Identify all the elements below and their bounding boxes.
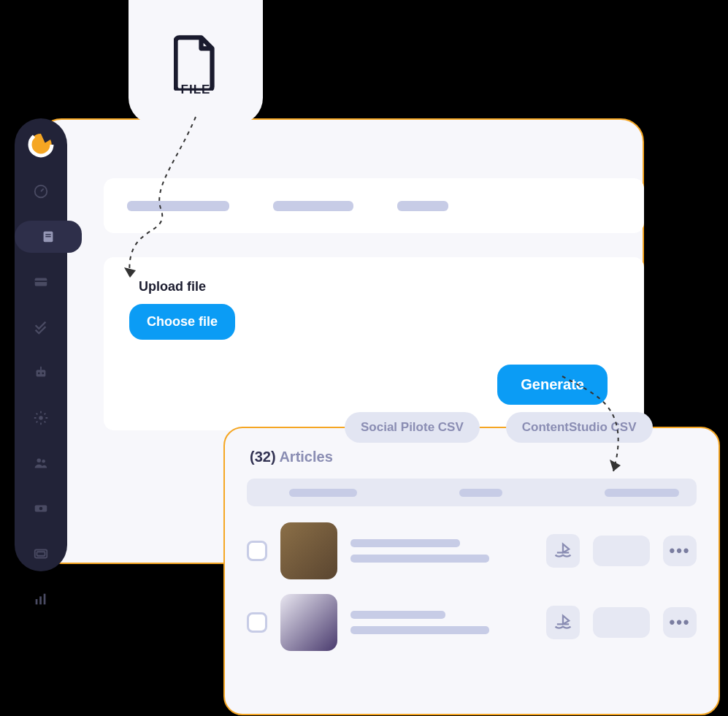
file-badge-label: FILE [181, 83, 211, 97]
row-thumbnail[interactable] [280, 522, 337, 579]
choose-file-button[interactable]: Choose file [129, 304, 235, 340]
more-button[interactable]: ••• [663, 607, 697, 638]
logo[interactable] [26, 132, 55, 158]
sidebar-item-book[interactable] [15, 221, 82, 253]
row-subtitle [350, 555, 489, 563]
row-title [350, 539, 460, 547]
svg-point-12 [37, 459, 42, 463]
svg-rect-3 [45, 234, 50, 235]
generate-button[interactable]: Generate [497, 365, 608, 405]
articles-count: (32) Articles [247, 449, 697, 465]
column-header [459, 489, 502, 497]
row-title [350, 611, 445, 619]
articles-card: Social Pilote CSV ContentStudio CSV (32)… [223, 427, 720, 715]
svg-point-13 [42, 460, 45, 463]
table-header [247, 479, 697, 506]
sidebar-item-gear[interactable] [15, 402, 67, 434]
column-header [289, 489, 357, 497]
file-badge: FILE [129, 0, 263, 124]
tab-bar [104, 178, 644, 233]
tab-placeholder[interactable] [273, 201, 353, 211]
row-checkbox[interactable] [247, 541, 267, 561]
section-title: Upload file [133, 279, 615, 294]
sidebar-item-card[interactable] [15, 266, 67, 298]
upload-section: Upload file Choose file Generate [104, 257, 644, 430]
svg-point-9 [42, 373, 44, 375]
sidebar [15, 118, 67, 571]
row-checkbox[interactable] [247, 612, 267, 633]
row-subtitle [350, 626, 489, 634]
sidebar-item-media[interactable] [15, 538, 67, 570]
svg-point-15 [39, 507, 43, 511]
sidebar-item-chart[interactable] [15, 583, 67, 615]
svg-rect-17 [37, 552, 45, 556]
row-status[interactable] [593, 607, 650, 638]
svg-rect-18 [36, 599, 38, 604]
svg-rect-19 [39, 596, 42, 604]
boat-icon[interactable] [546, 534, 580, 568]
row-thumbnail[interactable] [280, 594, 337, 651]
svg-rect-20 [44, 594, 46, 605]
sidebar-item-money[interactable] [15, 492, 67, 525]
more-button[interactable]: ••• [663, 536, 697, 566]
table-row: ••• [247, 522, 697, 579]
tab-placeholder[interactable] [397, 201, 448, 211]
export-tag-contentstudio[interactable]: ContentStudio CSV [506, 412, 653, 443]
row-status[interactable] [593, 536, 650, 566]
sidebar-item-users[interactable] [15, 447, 67, 479]
column-header [605, 489, 679, 497]
svg-point-8 [38, 373, 40, 375]
svg-rect-6 [35, 281, 47, 282]
export-tag-social-pilote[interactable]: Social Pilote CSV [345, 412, 480, 443]
svg-rect-7 [37, 370, 46, 376]
sidebar-item-check[interactable] [15, 311, 67, 343]
boat-icon[interactable] [546, 606, 580, 639]
sidebar-item-dashboard[interactable] [15, 175, 67, 207]
svg-rect-4 [45, 236, 50, 237]
tab-placeholder[interactable] [127, 201, 229, 211]
svg-rect-10 [40, 367, 42, 370]
svg-point-11 [39, 416, 43, 420]
table-row: ••• [247, 594, 697, 651]
sidebar-item-robot[interactable] [15, 357, 67, 389]
